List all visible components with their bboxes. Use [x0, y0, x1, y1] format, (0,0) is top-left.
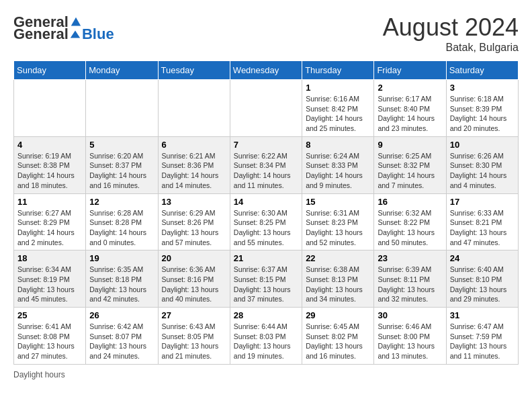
- calendar-week-row: 11Sunrise: 6:27 AMSunset: 8:29 PMDayligh…: [14, 193, 519, 250]
- calendar-week-row: 25Sunrise: 6:41 AMSunset: 8:08 PMDayligh…: [14, 308, 519, 365]
- calendar-cell: [86, 80, 158, 137]
- day-info: Sunrise: 6:18 AMSunset: 8:39 PMDaylight:…: [450, 94, 515, 134]
- calendar-cell: 4Sunrise: 6:19 AMSunset: 8:38 PMDaylight…: [14, 136, 86, 193]
- calendar-header-saturday: Saturday: [446, 61, 518, 80]
- day-number: 9: [378, 140, 442, 150]
- day-number: 21: [234, 253, 298, 263]
- calendar-cell: 25Sunrise: 6:41 AMSunset: 8:08 PMDayligh…: [14, 308, 86, 365]
- calendar-cell: 7Sunrise: 6:22 AMSunset: 8:34 PMDaylight…: [230, 136, 302, 193]
- day-number: 23: [378, 253, 442, 263]
- calendar-cell: 14Sunrise: 6:30 AMSunset: 8:25 PMDayligh…: [230, 193, 302, 250]
- calendar-table: SundayMondayTuesdayWednesdayThursdayFrid…: [13, 60, 519, 365]
- logo-blue-text: Blue: [82, 26, 114, 43]
- day-info: Sunrise: 6:26 AMSunset: 8:30 PMDaylight:…: [450, 151, 515, 191]
- calendar-cell: 21Sunrise: 6:37 AMSunset: 8:15 PMDayligh…: [230, 250, 302, 308]
- calendar-cell: 2Sunrise: 6:17 AMSunset: 8:40 PMDaylight…: [374, 80, 446, 137]
- calendar-cell: 24Sunrise: 6:40 AMSunset: 8:10 PMDayligh…: [446, 250, 518, 308]
- calendar-cell: [14, 80, 86, 137]
- day-info: Sunrise: 6:44 AMSunset: 8:03 PMDaylight:…: [234, 322, 298, 361]
- footer: Daylight hours: [13, 370, 519, 379]
- day-number: 18: [17, 253, 82, 263]
- day-info: Sunrise: 6:31 AMSunset: 8:23 PMDaylight:…: [306, 208, 370, 248]
- calendar-cell: 11Sunrise: 6:27 AMSunset: 8:29 PMDayligh…: [14, 193, 86, 250]
- day-number: 6: [162, 140, 226, 150]
- day-info: Sunrise: 6:20 AMSunset: 8:37 PMDaylight:…: [89, 151, 154, 191]
- day-number: 17: [450, 197, 515, 207]
- day-info: Sunrise: 6:33 AMSunset: 8:21 PMDaylight:…: [450, 208, 515, 248]
- day-info: Sunrise: 6:38 AMSunset: 8:13 PMDaylight:…: [306, 265, 370, 304]
- title-block: August 2024 Batak, Bulgaria: [383, 13, 519, 54]
- calendar-header-thursday: Thursday: [302, 61, 374, 80]
- day-number: 26: [89, 310, 154, 320]
- day-number: 22: [306, 253, 370, 263]
- day-info: Sunrise: 6:39 AMSunset: 8:11 PMDaylight:…: [378, 265, 442, 304]
- calendar-header-wednesday: Wednesday: [230, 61, 302, 80]
- calendar-cell: 22Sunrise: 6:38 AMSunset: 8:13 PMDayligh…: [302, 250, 374, 308]
- calendar-header-friday: Friday: [374, 61, 446, 80]
- day-number: 1: [306, 83, 370, 93]
- calendar-cell: 15Sunrise: 6:31 AMSunset: 8:23 PMDayligh…: [302, 193, 374, 250]
- calendar-cell: 19Sunrise: 6:35 AMSunset: 8:18 PMDayligh…: [86, 250, 158, 308]
- day-number: 15: [306, 197, 370, 207]
- day-info: Sunrise: 6:27 AMSunset: 8:29 PMDaylight:…: [17, 208, 82, 248]
- day-number: 25: [17, 310, 82, 320]
- calendar-cell: 13Sunrise: 6:29 AMSunset: 8:26 PMDayligh…: [158, 193, 230, 250]
- calendar-header-tuesday: Tuesday: [158, 61, 230, 80]
- calendar-cell: 1Sunrise: 6:16 AMSunset: 8:42 PMDaylight…: [302, 80, 374, 137]
- calendar-cell: 12Sunrise: 6:28 AMSunset: 8:28 PMDayligh…: [86, 193, 158, 250]
- day-number: 5: [89, 140, 154, 150]
- day-info: Sunrise: 6:43 AMSunset: 8:05 PMDaylight:…: [162, 322, 226, 361]
- calendar-cell: 17Sunrise: 6:33 AMSunset: 8:21 PMDayligh…: [446, 193, 518, 250]
- calendar-cell: 16Sunrise: 6:32 AMSunset: 8:22 PMDayligh…: [374, 193, 446, 250]
- location: Batak, Bulgaria: [383, 42, 519, 54]
- day-info: Sunrise: 6:37 AMSunset: 8:15 PMDaylight:…: [234, 265, 298, 304]
- day-info: Sunrise: 6:32 AMSunset: 8:22 PMDaylight:…: [378, 208, 442, 248]
- day-number: 16: [378, 197, 442, 207]
- page-header: General General Blue August 2024 Batak, …: [13, 13, 519, 54]
- day-info: Sunrise: 6:34 AMSunset: 8:19 PMDaylight:…: [17, 265, 82, 304]
- calendar-cell: 31Sunrise: 6:47 AMSunset: 7:59 PMDayligh…: [446, 308, 518, 365]
- day-info: Sunrise: 6:19 AMSunset: 8:38 PMDaylight:…: [17, 151, 82, 191]
- calendar-header-sunday: Sunday: [14, 61, 86, 80]
- day-number: 24: [450, 253, 515, 263]
- day-info: Sunrise: 6:29 AMSunset: 8:26 PMDaylight:…: [162, 208, 226, 248]
- calendar-cell: 23Sunrise: 6:39 AMSunset: 8:11 PMDayligh…: [374, 250, 446, 308]
- day-number: 11: [17, 197, 82, 207]
- calendar-cell: 9Sunrise: 6:25 AMSunset: 8:32 PMDaylight…: [374, 136, 446, 193]
- day-info: Sunrise: 6:36 AMSunset: 8:16 PMDaylight:…: [162, 265, 226, 304]
- calendar-cell: 28Sunrise: 6:44 AMSunset: 8:03 PMDayligh…: [230, 308, 302, 365]
- month-year: August 2024: [383, 13, 519, 42]
- logo: General General Blue: [13, 13, 114, 43]
- daylight-label: Daylight hours: [13, 370, 65, 379]
- day-info: Sunrise: 6:24 AMSunset: 8:33 PMDaylight:…: [306, 151, 370, 191]
- logo-general-text2: General: [13, 26, 69, 43]
- calendar-cell: 18Sunrise: 6:34 AMSunset: 8:19 PMDayligh…: [14, 250, 86, 308]
- day-number: 4: [17, 140, 82, 150]
- day-info: Sunrise: 6:28 AMSunset: 8:28 PMDaylight:…: [89, 208, 154, 248]
- day-number: 20: [162, 253, 226, 263]
- calendar-cell: [158, 80, 230, 137]
- day-number: 31: [450, 310, 515, 320]
- day-info: Sunrise: 6:21 AMSunset: 8:36 PMDaylight:…: [162, 151, 226, 191]
- calendar-cell: 5Sunrise: 6:20 AMSunset: 8:37 PMDaylight…: [86, 136, 158, 193]
- day-number: 19: [89, 253, 154, 263]
- calendar-cell: 10Sunrise: 6:26 AMSunset: 8:30 PMDayligh…: [446, 136, 518, 193]
- svg-marker-0: [71, 17, 81, 26]
- calendar-week-row: 4Sunrise: 6:19 AMSunset: 8:38 PMDaylight…: [14, 136, 519, 193]
- calendar-cell: 6Sunrise: 6:21 AMSunset: 8:36 PMDaylight…: [158, 136, 230, 193]
- day-info: Sunrise: 6:22 AMSunset: 8:34 PMDaylight:…: [234, 151, 298, 191]
- calendar-cell: 8Sunrise: 6:24 AMSunset: 8:33 PMDaylight…: [302, 136, 374, 193]
- calendar-cell: 30Sunrise: 6:46 AMSunset: 8:00 PMDayligh…: [374, 308, 446, 365]
- day-info: Sunrise: 6:45 AMSunset: 8:02 PMDaylight:…: [306, 322, 370, 361]
- day-number: 14: [234, 197, 298, 207]
- day-info: Sunrise: 6:25 AMSunset: 8:32 PMDaylight:…: [378, 151, 442, 191]
- day-number: 13: [162, 197, 226, 207]
- day-info: Sunrise: 6:35 AMSunset: 8:18 PMDaylight:…: [89, 265, 154, 304]
- calendar-cell: 29Sunrise: 6:45 AMSunset: 8:02 PMDayligh…: [302, 308, 374, 365]
- day-info: Sunrise: 6:42 AMSunset: 8:07 PMDaylight:…: [89, 322, 154, 361]
- calendar-week-row: 18Sunrise: 6:34 AMSunset: 8:19 PMDayligh…: [14, 250, 519, 308]
- day-info: Sunrise: 6:30 AMSunset: 8:25 PMDaylight:…: [234, 208, 298, 248]
- calendar-week-row: 1Sunrise: 6:16 AMSunset: 8:42 PMDaylight…: [14, 80, 519, 137]
- day-number: 29: [306, 310, 370, 320]
- calendar-cell: [230, 80, 302, 137]
